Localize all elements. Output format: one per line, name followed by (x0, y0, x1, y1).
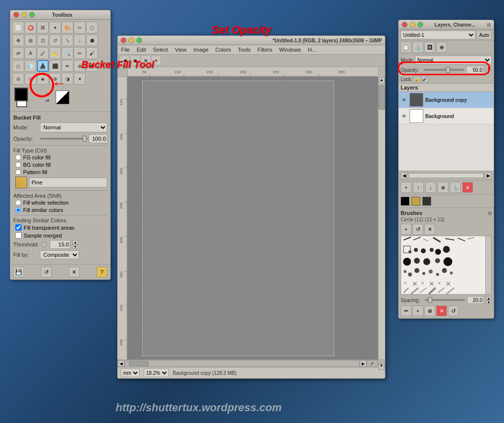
measure-tool[interactable]: 📐 (49, 47, 61, 59)
pattern-name-input[interactable]: Pine (29, 178, 107, 187)
main-close-button[interactable] (121, 37, 126, 43)
menu-tools[interactable]: Tools (236, 46, 252, 53)
perspective-clone-tool[interactable]: ⊘ (12, 73, 24, 85)
canvas-scroll-area[interactable] (127, 77, 378, 360)
path-tool[interactable]: ✦ (74, 73, 86, 85)
brushes-scrollbar[interactable] (485, 236, 491, 294)
opacity-slider-thumb[interactable] (446, 67, 450, 73)
opacity-slider[interactable] (40, 138, 88, 140)
brushes-grid[interactable]: × ✕ × ✕ × ✕ (401, 236, 492, 295)
menu-view[interactable]: View (173, 46, 188, 53)
fill-whole-radio[interactable] (15, 200, 21, 206)
brush-new-btn[interactable]: + (401, 224, 411, 235)
main-minimize-button[interactable] (128, 37, 134, 43)
minimize-button[interactable] (21, 12, 27, 18)
scissors-tool[interactable]: ✂ (74, 22, 86, 33)
menu-select[interactable]: Select (152, 46, 170, 53)
save-button[interactable]: 💾 (13, 267, 24, 277)
pencil2-tool[interactable]: ✒ (62, 60, 73, 72)
fg-fill-radio[interactable] (15, 154, 21, 160)
layer-eye-background[interactable]: 👁 (401, 113, 408, 120)
menu-image[interactable]: Image (192, 46, 210, 53)
vertical-scrollbar[interactable]: ▲ ▼ (378, 77, 385, 360)
rect-select-tool[interactable]: ⬜ (12, 22, 24, 33)
layers-maximize-button[interactable] (417, 22, 423, 28)
layer-mode-select[interactable]: Normal (415, 56, 492, 64)
threshold-down[interactable]: ▼ (72, 244, 78, 249)
maximize-button[interactable] (29, 12, 35, 18)
layer-item-background-copy[interactable]: 👁 Background copy (399, 92, 494, 108)
ellipse-select-tool[interactable]: ⭕ (25, 22, 36, 33)
threshold-up[interactable]: ▲ (72, 240, 78, 244)
menu-colors[interactable]: Colors (214, 46, 233, 53)
delete-button[interactable]: ✕ (69, 267, 80, 277)
color-swap-icon[interactable]: ⇄ (46, 98, 50, 103)
raise-layer-btn[interactable]: ↑ (413, 182, 424, 193)
move-tool[interactable]: ✥ (12, 34, 24, 46)
menu-filters[interactable]: Filters (256, 46, 274, 53)
menu-file[interactable]: File (120, 46, 131, 53)
brush-delete2-btn[interactable]: ✕ (436, 305, 447, 316)
scroll-down-button[interactable]: ▼ (378, 363, 384, 370)
scale-tool[interactable]: ⤡ (62, 34, 73, 46)
opacity-slider[interactable] (423, 69, 464, 71)
layer-anchor-btn[interactable]: ⚓ (412, 42, 423, 53)
paintbrush-tool[interactable]: 🖌 (86, 47, 98, 59)
spacing-up[interactable]: ▲ (486, 296, 492, 300)
layers-auto-button[interactable]: Auto (476, 30, 492, 39)
layers-minimize-button[interactable] (410, 22, 415, 28)
airbrush-tool[interactable]: 💨 (25, 60, 36, 72)
layer-item-background[interactable]: 👁 Background (399, 108, 494, 124)
spacing-value-input[interactable]: 20.0 (467, 296, 484, 304)
align-tool[interactable]: ⊞ (25, 34, 36, 46)
brush-copy-btn[interactable]: ⊕ (424, 305, 435, 316)
brush-refresh2-btn[interactable]: ↺ (448, 305, 459, 316)
layers-close-button[interactable] (402, 22, 408, 28)
zoom-tool[interactable]: 🔍 (62, 47, 73, 59)
opacity-slider-thumb[interactable] (83, 136, 87, 142)
opacity-up[interactable]: ▲ (486, 65, 492, 70)
brush-delete-btn[interactable]: ✕ (424, 224, 435, 235)
new-layer-action-btn[interactable]: + (401, 182, 411, 193)
unit-select[interactable]: mm (121, 368, 140, 377)
layer-duplicate-btn[interactable]: ⊕ (436, 42, 447, 53)
toolbar-nav-left[interactable]: ◀ (120, 56, 129, 65)
opacity-value-input[interactable]: 50.0 (466, 66, 484, 74)
menu-help[interactable]: H... (307, 46, 318, 53)
clone-tool[interactable]: ⊕ (74, 60, 86, 72)
pattern-preview[interactable] (15, 177, 27, 188)
nav-left-btn[interactable]: ◀ (401, 172, 408, 179)
lock-paint-btn[interactable]: 🖌 (421, 76, 428, 83)
layers-nav-scrollbar[interactable] (409, 173, 484, 178)
text-tool[interactable]: A (25, 47, 36, 59)
pencil-tool[interactable]: ✏ (74, 47, 86, 59)
scroll-up-button[interactable]: ▲ (379, 77, 385, 84)
brush-edit-btn[interactable]: ✏ (401, 305, 411, 316)
dodge-tool[interactable]: ◑ (62, 73, 73, 85)
color-picker-tool[interactable]: 🖊 (37, 47, 49, 59)
menu-windows[interactable]: Windows (278, 46, 303, 53)
spacing-slider-thumb[interactable] (428, 297, 432, 303)
main-maximize-button[interactable] (136, 37, 142, 43)
layer-raise-btn[interactable]: 🖼 (424, 42, 435, 53)
delete-layer-btn[interactable]: ✕ (462, 182, 473, 193)
blend-tool[interactable]: ⬛ (49, 60, 61, 72)
layers-expand-icon[interactable]: ⊞ (487, 22, 491, 28)
brush-new2-btn[interactable]: + (412, 305, 423, 316)
free-select-tool[interactable]: ⌘ (37, 22, 49, 33)
help-button[interactable]: ? (96, 267, 107, 277)
eraser-tool[interactable]: ◻ (12, 60, 24, 72)
nav-right-btn[interactable]: ▶ (485, 172, 492, 179)
scroll-left-button[interactable]: ◀ (118, 360, 125, 367)
fill-similar-radio[interactable] (15, 207, 21, 213)
zoom-select[interactable]: 18.2% (144, 368, 169, 377)
by-color-select-tool[interactable]: 🎨 (62, 22, 73, 33)
duplicate-layer-btn[interactable]: ⊕ (438, 182, 448, 193)
healing-tool[interactable]: ✚ (86, 60, 98, 72)
spacing-down[interactable]: ▼ (486, 300, 492, 304)
brushes-expand-icon[interactable]: ⊞ (488, 211, 492, 216)
lower-layer-btn[interactable]: ↓ (425, 182, 436, 193)
foreground-select-tool[interactable]: ⬡ (86, 22, 98, 33)
fill-transparent-checkbox[interactable] (15, 224, 22, 231)
perspective-tool[interactable]: ⬢ (86, 34, 98, 46)
